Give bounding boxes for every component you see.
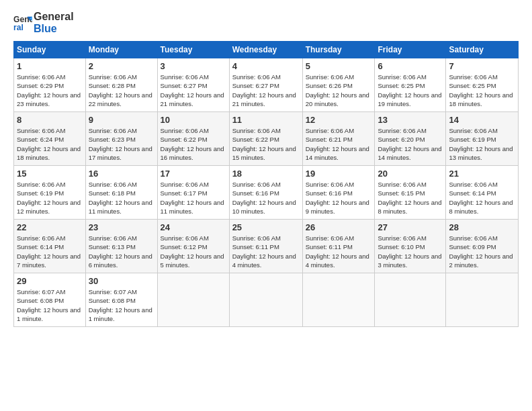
day-number: 26 xyxy=(306,222,372,232)
day-details: Sunrise: 6:06 AM Sunset: 6:27 PM Dayligh… xyxy=(232,73,300,108)
day-details: Sunrise: 6:06 AM Sunset: 6:25 PM Dayligh… xyxy=(449,73,515,108)
calendar-cell: 17 Sunrise: 6:06 AM Sunset: 6:17 PM Dayl… xyxy=(157,166,229,220)
day-number: 17 xyxy=(161,169,226,179)
page: Gene ral General Blue SundayMondayTuesda… xyxy=(0,0,532,411)
day-details: Sunrise: 6:06 AM Sunset: 6:16 PM Dayligh… xyxy=(306,180,372,216)
day-number: 23 xyxy=(89,222,154,232)
day-details: Sunrise: 6:06 AM Sunset: 6:09 PM Dayligh… xyxy=(449,234,515,269)
day-number: 22 xyxy=(17,222,83,232)
calendar-cell xyxy=(302,273,375,327)
calendar-cell: 14 Sunrise: 6:06 AM Sunset: 6:19 PM Dayl… xyxy=(446,112,519,166)
day-details: Sunrise: 6:06 AM Sunset: 6:11 PM Dayligh… xyxy=(232,234,300,269)
day-number: 7 xyxy=(449,61,515,71)
calendar-week-1: 1 Sunrise: 6:06 AM Sunset: 6:29 PM Dayli… xyxy=(14,58,519,112)
calendar-cell: 11 Sunrise: 6:06 AM Sunset: 6:22 PM Dayl… xyxy=(229,112,302,166)
calendar-cell: 26 Sunrise: 6:06 AM Sunset: 6:11 PM Dayl… xyxy=(302,220,375,273)
calendar-cell: 2 Sunrise: 6:06 AM Sunset: 6:28 PM Dayli… xyxy=(85,58,157,112)
day-details: Sunrise: 6:06 AM Sunset: 6:22 PM Dayligh… xyxy=(161,126,226,162)
day-number: 10 xyxy=(161,115,226,125)
day-number: 2 xyxy=(89,61,154,71)
calendar-cell: 10 Sunrise: 6:06 AM Sunset: 6:22 PM Dayl… xyxy=(157,112,229,166)
day-details: Sunrise: 6:07 AM Sunset: 6:08 PM Dayligh… xyxy=(17,287,83,323)
day-number: 24 xyxy=(161,222,226,232)
day-number: 30 xyxy=(89,276,154,286)
day-number: 18 xyxy=(232,169,300,179)
day-number: 28 xyxy=(449,222,515,232)
calendar-cell: 19 Sunrise: 6:06 AM Sunset: 6:16 PM Dayl… xyxy=(302,166,375,220)
day-details: Sunrise: 6:07 AM Sunset: 6:08 PM Dayligh… xyxy=(89,287,154,323)
calendar-cell: 21 Sunrise: 6:06 AM Sunset: 6:14 PM Dayl… xyxy=(446,166,519,220)
day-details: Sunrise: 6:06 AM Sunset: 6:14 PM Dayligh… xyxy=(449,180,515,216)
day-details: Sunrise: 6:06 AM Sunset: 6:10 PM Dayligh… xyxy=(378,234,443,269)
calendar-header-row: SundayMondayTuesdayWednesdayThursdayFrid… xyxy=(14,42,519,58)
calendar-cell: 24 Sunrise: 6:06 AM Sunset: 6:12 PM Dayl… xyxy=(157,220,229,273)
day-details: Sunrise: 6:06 AM Sunset: 6:19 PM Dayligh… xyxy=(17,180,83,216)
calendar-cell: 25 Sunrise: 6:06 AM Sunset: 6:11 PM Dayl… xyxy=(229,220,302,273)
day-number: 16 xyxy=(89,169,154,179)
logo-icon: Gene ral xyxy=(13,13,32,32)
day-number: 12 xyxy=(306,115,372,125)
day-header-friday: Friday xyxy=(375,42,446,58)
day-number: 3 xyxy=(161,61,226,71)
day-details: Sunrise: 6:06 AM Sunset: 6:19 PM Dayligh… xyxy=(449,126,515,162)
day-details: Sunrise: 6:06 AM Sunset: 6:13 PM Dayligh… xyxy=(89,234,154,269)
calendar-cell: 16 Sunrise: 6:06 AM Sunset: 6:18 PM Dayl… xyxy=(85,166,157,220)
calendar-cell xyxy=(446,273,519,327)
day-details: Sunrise: 6:06 AM Sunset: 6:24 PM Dayligh… xyxy=(17,126,83,162)
day-number: 21 xyxy=(449,169,515,179)
day-number: 20 xyxy=(378,169,443,179)
calendar-cell: 8 Sunrise: 6:06 AM Sunset: 6:24 PM Dayli… xyxy=(14,112,86,166)
day-number: 19 xyxy=(306,169,372,179)
day-details: Sunrise: 6:06 AM Sunset: 6:16 PM Dayligh… xyxy=(232,180,300,216)
day-details: Sunrise: 6:06 AM Sunset: 6:28 PM Dayligh… xyxy=(89,73,154,108)
calendar-cell: 3 Sunrise: 6:06 AM Sunset: 6:27 PM Dayli… xyxy=(157,58,229,112)
day-header-thursday: Thursday xyxy=(302,42,375,58)
day-number: 5 xyxy=(306,61,372,71)
day-details: Sunrise: 6:06 AM Sunset: 6:14 PM Dayligh… xyxy=(17,234,83,269)
calendar-table: SundayMondayTuesdayWednesdayThursdayFrid… xyxy=(13,41,519,327)
calendar-cell: 22 Sunrise: 6:06 AM Sunset: 6:14 PM Dayl… xyxy=(14,220,86,273)
calendar-cell: 7 Sunrise: 6:06 AM Sunset: 6:25 PM Dayli… xyxy=(446,58,519,112)
calendar-cell: 1 Sunrise: 6:06 AM Sunset: 6:29 PM Dayli… xyxy=(14,58,86,112)
calendar-cell: 4 Sunrise: 6:06 AM Sunset: 6:27 PM Dayli… xyxy=(229,58,302,112)
day-details: Sunrise: 6:06 AM Sunset: 6:12 PM Dayligh… xyxy=(161,234,226,269)
calendar-week-5: 29 Sunrise: 6:07 AM Sunset: 6:08 PM Dayl… xyxy=(14,273,519,327)
calendar-cell: 20 Sunrise: 6:06 AM Sunset: 6:15 PM Dayl… xyxy=(375,166,446,220)
day-details: Sunrise: 6:06 AM Sunset: 6:26 PM Dayligh… xyxy=(306,73,372,108)
day-details: Sunrise: 6:06 AM Sunset: 6:22 PM Dayligh… xyxy=(232,126,300,162)
calendar-cell: 15 Sunrise: 6:06 AM Sunset: 6:19 PM Dayl… xyxy=(14,166,86,220)
calendar-cell xyxy=(229,273,302,327)
day-number: 6 xyxy=(378,61,443,71)
calendar-cell: 12 Sunrise: 6:06 AM Sunset: 6:21 PM Dayl… xyxy=(302,112,375,166)
day-header-monday: Monday xyxy=(85,42,157,58)
calendar-cell: 27 Sunrise: 6:06 AM Sunset: 6:10 PM Dayl… xyxy=(375,220,446,273)
calendar-cell: 6 Sunrise: 6:06 AM Sunset: 6:25 PM Dayli… xyxy=(375,58,446,112)
day-details: Sunrise: 6:06 AM Sunset: 6:25 PM Dayligh… xyxy=(378,73,443,108)
day-header-tuesday: Tuesday xyxy=(157,42,229,58)
calendar-cell: 5 Sunrise: 6:06 AM Sunset: 6:26 PM Dayli… xyxy=(302,58,375,112)
day-number: 27 xyxy=(378,222,443,232)
calendar-week-3: 15 Sunrise: 6:06 AM Sunset: 6:19 PM Dayl… xyxy=(14,166,519,220)
calendar-cell: 28 Sunrise: 6:06 AM Sunset: 6:09 PM Dayl… xyxy=(446,220,519,273)
day-number: 13 xyxy=(378,115,443,125)
logo-line2: Blue xyxy=(34,23,74,35)
day-details: Sunrise: 6:06 AM Sunset: 6:23 PM Dayligh… xyxy=(89,126,154,162)
day-details: Sunrise: 6:06 AM Sunset: 6:18 PM Dayligh… xyxy=(89,180,154,216)
day-header-saturday: Saturday xyxy=(446,42,519,58)
day-number: 15 xyxy=(17,169,83,179)
calendar-cell xyxy=(375,273,446,327)
day-details: Sunrise: 6:06 AM Sunset: 6:11 PM Dayligh… xyxy=(306,234,372,269)
day-number: 1 xyxy=(17,61,83,71)
day-number: 29 xyxy=(17,276,83,286)
day-header-wednesday: Wednesday xyxy=(229,42,302,58)
logo: Gene ral General Blue xyxy=(13,11,74,34)
calendar-cell: 9 Sunrise: 6:06 AM Sunset: 6:23 PM Dayli… xyxy=(85,112,157,166)
day-number: 9 xyxy=(89,115,154,125)
calendar-cell: 30 Sunrise: 6:07 AM Sunset: 6:08 PM Dayl… xyxy=(85,273,157,327)
day-details: Sunrise: 6:06 AM Sunset: 6:20 PM Dayligh… xyxy=(378,126,443,162)
calendar-cell: 23 Sunrise: 6:06 AM Sunset: 6:13 PM Dayl… xyxy=(85,220,157,273)
day-number: 4 xyxy=(232,61,300,71)
day-details: Sunrise: 6:06 AM Sunset: 6:21 PM Dayligh… xyxy=(306,126,372,162)
header: Gene ral General Blue xyxy=(13,11,519,34)
day-number: 11 xyxy=(232,115,300,125)
